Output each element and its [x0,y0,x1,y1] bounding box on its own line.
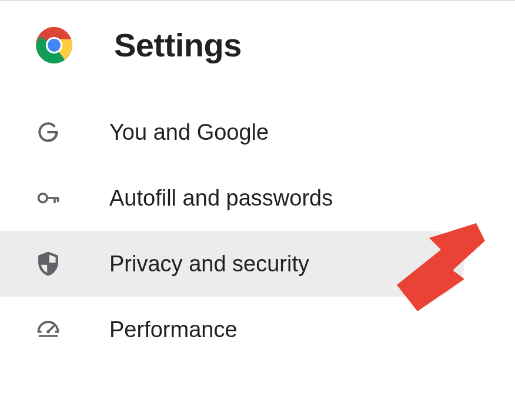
nav-item-privacy-security[interactable]: Privacy and security [0,231,464,297]
shield-icon [35,251,61,277]
nav-label: You and Google [109,120,269,145]
svg-point-4 [39,194,48,203]
chrome-logo-icon [35,26,73,64]
gauge-icon [35,317,61,342]
svg-point-3 [48,39,61,52]
nav-label: Performance [109,317,238,342]
nav-label: Autofill and passwords [109,186,333,211]
nav-item-performance[interactable]: Performance [0,297,464,362]
google-g-icon [35,119,61,145]
svg-point-5 [46,330,50,334]
nav-item-autofill-passwords[interactable]: Autofill and passwords [0,165,464,231]
settings-header: Settings [0,2,515,88]
nav-label: Privacy and security [109,251,309,277]
key-icon [35,185,61,211]
page-title: Settings [114,26,242,64]
settings-nav: You and Google Autofill and passwords [0,99,515,362]
nav-item-you-and-google[interactable]: You and Google [0,99,464,165]
